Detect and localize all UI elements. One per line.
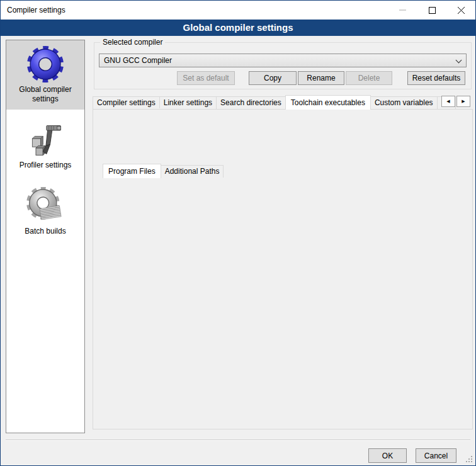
tab-compiler-settings[interactable]: Compiler settings (93, 96, 160, 109)
cancel-button[interactable]: Cancel (416, 448, 456, 463)
compiler-settings-window: Compiler settings Global compiler settin… (0, 0, 476, 466)
caption-controls (388, 1, 475, 20)
maximize-button[interactable] (417, 1, 446, 20)
sidebar-item-global-compiler-settings[interactable]: Global compiler settings (6, 40, 84, 110)
gear-stack-icon (26, 187, 64, 225)
minimize-icon (399, 6, 407, 14)
maximize-icon (429, 7, 436, 14)
selected-compiler-combobox[interactable]: GNU GCC Compiler (99, 54, 467, 67)
page-title: Global compiler settings (1, 20, 475, 36)
sidebar-item-batch-builds[interactable]: Batch builds (6, 182, 84, 242)
subtab-program-files[interactable]: Program Files (103, 164, 161, 178)
footer-divider (6, 440, 470, 441)
tab-scroll-left-button[interactable]: ◀ (441, 96, 455, 107)
sidebar-item-label: Batch builds (6, 227, 84, 236)
minimize-button[interactable] (388, 1, 417, 20)
window-title: Compiler settings (1, 6, 65, 14)
main-tab-strip: Compiler settingsLinker settingsSearch d… (93, 94, 472, 109)
chevron-down-icon (456, 57, 462, 64)
selected-compiler-value: GNU GCC Compiler (104, 56, 172, 65)
reset-defaults-button[interactable]: Reset defaults (407, 71, 465, 85)
ok-button[interactable]: OK (368, 448, 407, 463)
tab-search-directories[interactable]: Search directories (216, 96, 286, 109)
toolchain-tab-panel (93, 109, 473, 429)
tab-custom-variables[interactable]: Custom variables (370, 96, 438, 109)
sub-tab-strip: Program FilesAdditional Paths (103, 163, 224, 178)
tab-toolchain-executables[interactable]: Toolchain executables (285, 95, 371, 110)
close-icon (458, 7, 465, 14)
close-button[interactable] (446, 1, 475, 20)
sidebar-item-label: Profiler settings (6, 161, 84, 170)
subtab-additional-paths[interactable]: Additional Paths (161, 165, 224, 178)
sidebar-item-label: Global compiler settings (6, 85, 84, 104)
rename-button[interactable]: Rename (298, 71, 344, 85)
delete-button: Delete (346, 71, 392, 85)
copy-button[interactable]: Copy (249, 71, 297, 85)
set-as-default-button: Set as default (177, 71, 235, 85)
tab-scroll-right-button[interactable]: ▶ (456, 96, 470, 107)
resize-grip[interactable] (471, 461, 472, 462)
tab-scroll-controls: ◀▶ (441, 96, 470, 107)
settings-category-list[interactable]: Global compiler settings Profiler settin… (6, 40, 85, 433)
caliper-icon (26, 121, 64, 159)
sidebar-item-profiler-settings[interactable]: Profiler settings (6, 116, 84, 176)
selected-compiler-group-label: Selected compiler (100, 38, 165, 47)
tab-linker-settings[interactable]: Linker settings (159, 96, 217, 109)
gear-blue-icon (26, 45, 64, 83)
